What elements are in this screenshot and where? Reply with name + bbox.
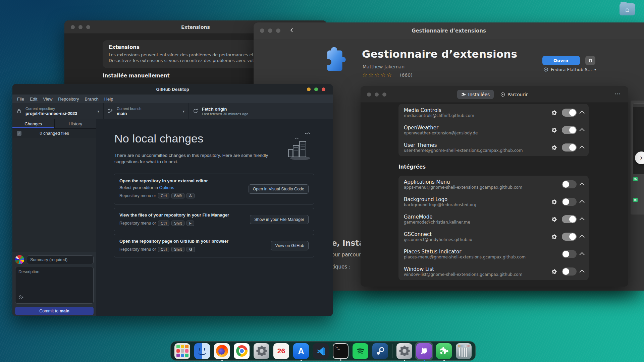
settings-gear-icon[interactable]: [549, 214, 559, 224]
key-ctrl: Ctrl: [158, 193, 169, 198]
source-label: Fedora Flathub S…: [551, 67, 592, 72]
maximize-button[interactable]: [314, 87, 318, 91]
extension-row[interactable]: Places Status Indicator places-menu@gnom…: [398, 245, 589, 263]
extension-manager-titlebar[interactable]: Installées Parcourir ⋯: [361, 86, 628, 103]
extension-row[interactable]: User Themes user-theme@gnome-shell-exten…: [398, 139, 589, 156]
settings-gear-icon[interactable]: [549, 232, 559, 242]
chevron-up-icon[interactable]: [579, 252, 585, 257]
changed-files-row[interactable]: ✓ 0 changed files: [12, 129, 96, 138]
extension-manager-icon[interactable]: [436, 343, 452, 359]
menu-view[interactable]: View: [43, 97, 52, 102]
description-textarea[interactable]: [15, 267, 93, 303]
tab-installed[interactable]: Installées: [457, 90, 494, 99]
settings-gear-icon[interactable]: [549, 266, 559, 277]
app-store-icon[interactable]: A: [293, 343, 309, 359]
description-fragment: tiques :: [332, 264, 351, 270]
system-preferences-icon[interactable]: [254, 343, 269, 359]
app-puzzle-icon: [316, 44, 349, 78]
source-selector[interactable]: Fedora Flathub S… ▾: [543, 67, 596, 72]
github-titlebar[interactable]: GitHub Desktop: [12, 84, 333, 95]
running-indicator: [340, 359, 341, 361]
settings-gear-icon[interactable]: [549, 108, 559, 118]
menu-branch[interactable]: Branch: [85, 97, 98, 102]
settings-icon[interactable]: [396, 343, 412, 359]
chevron-up-icon[interactable]: [579, 128, 585, 133]
menu-help[interactable]: Help: [104, 97, 113, 102]
tab-history[interactable]: History: [54, 119, 97, 128]
extension-row[interactable]: Applications Menu apps-menu@gnome-shell-…: [398, 176, 589, 193]
close-button[interactable]: [322, 87, 325, 91]
extension-toggle[interactable]: [562, 198, 577, 206]
menu-file[interactable]: File: [17, 97, 24, 102]
calendar-icon[interactable]: 26: [273, 343, 289, 359]
options-link[interactable]: Options: [159, 185, 174, 190]
firefox-icon[interactable]: [214, 343, 230, 359]
key-letter: A: [186, 193, 195, 198]
current-repository-selector[interactable]: Current repository projet-fin-annee-nsi-…: [12, 103, 104, 119]
key-ctrl: Ctrl: [158, 221, 169, 226]
extension-toggle[interactable]: [562, 126, 577, 134]
minimize-button[interactable]: [307, 87, 311, 91]
uninstall-button[interactable]: [585, 56, 595, 65]
extension-toggle[interactable]: [562, 215, 577, 223]
home-folder-icon[interactable]: ⌂: [620, 3, 635, 15]
menu-ellipsis-icon[interactable]: ⋯: [614, 90, 621, 97]
extension-row[interactable]: Media Controls mediacontrols@cliffniff.g…: [398, 104, 589, 121]
github-desktop-icon[interactable]: [416, 343, 432, 359]
extension-name: User Themes: [404, 142, 549, 148]
extension-toggle[interactable]: [562, 233, 577, 241]
checkbox-checked-icon[interactable]: ✓: [17, 131, 21, 136]
fetch-origin-button[interactable]: Fetch origin Last fetched 30 minutes ago: [189, 103, 275, 119]
open-editor-button[interactable]: Open in Visual Studio Code: [249, 184, 309, 194]
summary-input[interactable]: [27, 255, 94, 264]
repo-label: Current repository: [25, 107, 77, 111]
lock-icon: [16, 108, 22, 115]
chevron-up-icon[interactable]: [579, 182, 585, 188]
extension-toggle[interactable]: [562, 109, 577, 117]
files-icon[interactable]: [194, 343, 210, 359]
chevron-up-icon[interactable]: [579, 235, 585, 240]
extension-toggle[interactable]: [562, 250, 577, 258]
add-coauthor-icon[interactable]: [18, 295, 24, 301]
current-branch-selector[interactable]: Current branch main ▾: [104, 103, 189, 119]
open-button[interactable]: Ouvrir: [542, 56, 580, 65]
extension-row[interactable]: GSConnect gsconnect@andyholmes.github.io: [398, 228, 589, 245]
commit-form: Commit to main: [12, 252, 96, 316]
extension-toggle[interactable]: [562, 180, 577, 188]
chevron-up-icon[interactable]: [579, 269, 585, 275]
spotify-icon[interactable]: [353, 343, 368, 359]
chevron-up-icon[interactable]: [579, 200, 585, 205]
settings-gear-icon[interactable]: [549, 142, 559, 153]
steam-icon[interactable]: [372, 343, 388, 359]
extension-row[interactable]: GameMode gamemode@christian.kellner.me: [398, 210, 589, 228]
extension-row[interactable]: Background Logo background-logo@fedoraho…: [398, 193, 589, 210]
fetch-label: Fetch origin: [202, 107, 248, 112]
chevron-up-icon[interactable]: [579, 145, 585, 151]
trash-icon[interactable]: [456, 343, 472, 359]
view-on-github-button[interactable]: View on GitHub: [271, 241, 309, 250]
menu-edit[interactable]: Edit: [30, 97, 37, 102]
app-grid-icon[interactable]: [174, 343, 190, 359]
show-in-file-manager-button[interactable]: Show in your File Manager: [250, 215, 309, 224]
chevron-up-icon[interactable]: [579, 111, 585, 116]
user-extensions-list: Media Controls mediacontrols@cliffniff.g…: [398, 104, 589, 156]
city-sketch-illustration: [284, 131, 314, 163]
extension-row[interactable]: OpenWeather openweather-extension@jenslo…: [398, 121, 589, 139]
extension-toggle[interactable]: [562, 143, 577, 152]
settings-gear-icon[interactable]: [549, 125, 559, 135]
menu-repository[interactable]: Repository: [58, 97, 79, 102]
software-titlebar[interactable]: Gestionnaire d’extensions: [254, 22, 644, 39]
key-letter: G: [186, 247, 195, 252]
terminal-icon[interactable]: >_: [333, 343, 348, 359]
chrome-icon[interactable]: [234, 343, 250, 359]
vscode-icon[interactable]: [313, 343, 329, 359]
window-title: Gestionnaire d’extensions: [254, 28, 644, 34]
tab-changes[interactable]: Changes: [12, 119, 54, 128]
extension-toggle[interactable]: [562, 267, 577, 276]
settings-gear-icon[interactable]: [549, 197, 559, 207]
extension-row[interactable]: Window List window-list@gnome-shell-exte…: [398, 263, 589, 280]
chevron-up-icon[interactable]: [579, 217, 585, 223]
commit-button[interactable]: Commit to main: [15, 307, 94, 315]
tab-browse[interactable]: Parcourir: [496, 90, 532, 99]
trash-icon: [588, 58, 593, 63]
